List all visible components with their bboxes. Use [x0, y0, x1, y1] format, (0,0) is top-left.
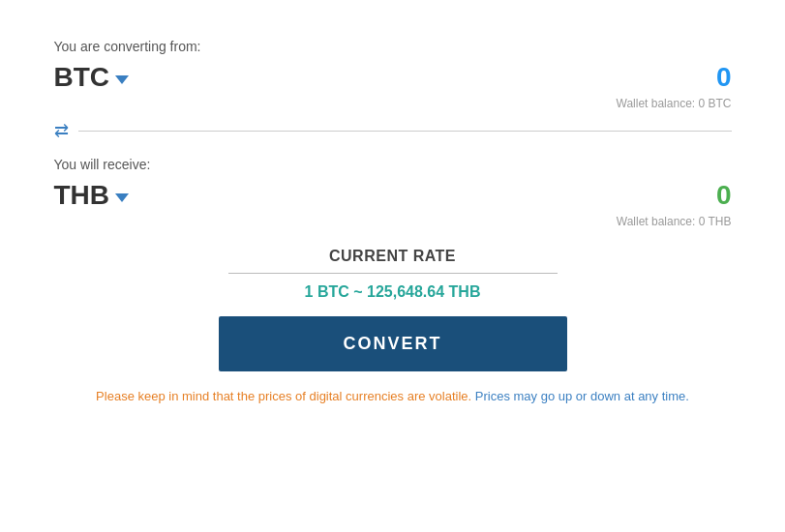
from-currency-code: BTC [54, 62, 110, 93]
disclaimer-part2: Prices may go up or down at any time. [475, 389, 689, 403]
from-wallet-balance: Wallet balance: 0 BTC [54, 97, 732, 110]
swap-icon[interactable]: ⇄ [54, 120, 69, 141]
divider-line [78, 131, 732, 132]
from-amount-value[interactable]: 0 [716, 62, 732, 93]
you-will-receive-label: You will receive: [54, 157, 732, 172]
to-currency-selector[interactable]: THB [54, 180, 130, 211]
current-rate-value: 1 BTC ~ 125,648.64 THB [54, 283, 732, 301]
current-rate-title: CURRENT RATE [54, 248, 732, 265]
from-currency-selector[interactable]: BTC [54, 62, 130, 93]
disclaimer: Please keep in mind that the prices of d… [54, 387, 732, 407]
current-rate-divider [228, 273, 558, 274]
disclaimer-part1: Please keep in mind that the prices of d… [96, 389, 471, 403]
convert-button[interactable]: CONVERT [219, 316, 567, 371]
from-currency-row: BTC 0 [54, 62, 732, 93]
current-rate-section: CURRENT RATE 1 BTC ~ 125,648.64 THB [54, 248, 732, 301]
to-currency-chevron-icon[interactable] [115, 193, 129, 202]
to-currency-row: THB 0 [54, 180, 732, 211]
to-amount-value[interactable]: 0 [716, 180, 732, 211]
swap-divider-row: ⇄ [54, 120, 732, 141]
from-currency-chevron-icon[interactable] [115, 75, 129, 84]
to-currency-code: THB [54, 180, 110, 211]
converting-from-label: You are converting from: [54, 39, 732, 54]
main-container: You are converting from: BTC 0 Wallet ba… [25, 19, 761, 427]
to-wallet-balance: Wallet balance: 0 THB [54, 215, 732, 228]
